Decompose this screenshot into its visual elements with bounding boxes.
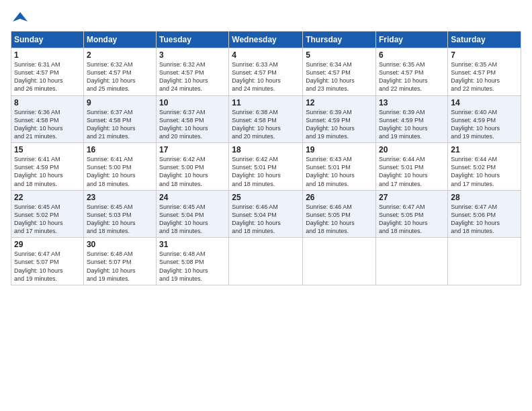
calendar-cell: 12Sunrise: 6:39 AM Sunset: 4:59 PM Dayli… [303, 95, 376, 143]
day-number: 7 [451, 50, 518, 60]
calendar-body: 1Sunrise: 6:31 AM Sunset: 4:57 PM Daylig… [11, 48, 521, 285]
calendar-week-1: 1Sunrise: 6:31 AM Sunset: 4:57 PM Daylig… [11, 48, 521, 96]
day-number: 11 [232, 98, 300, 107]
day-info: Sunrise: 6:40 AM Sunset: 4:59 PM Dayligh… [451, 108, 518, 141]
day-info: Sunrise: 6:36 AM Sunset: 4:58 PM Dayligh… [14, 108, 81, 141]
day-info: Sunrise: 6:35 AM Sunset: 4:57 PM Dayligh… [451, 60, 518, 93]
calendar-header-saturday: Saturday [448, 32, 521, 48]
day-info: Sunrise: 6:41 AM Sunset: 4:59 PM Dayligh… [14, 155, 81, 188]
day-number: 31 [159, 240, 226, 249]
day-info: Sunrise: 6:33 AM Sunset: 4:57 PM Dayligh… [232, 60, 300, 93]
logo [11, 11, 28, 24]
calendar-cell: 13Sunrise: 6:39 AM Sunset: 4:59 PM Dayli… [376, 95, 448, 143]
calendar-cell: 22Sunrise: 6:45 AM Sunset: 5:02 PM Dayli… [11, 190, 84, 238]
calendar-week-2: 8Sunrise: 6:36 AM Sunset: 4:58 PM Daylig… [11, 95, 521, 143]
day-number: 12 [306, 98, 373, 107]
calendar-cell: 23Sunrise: 6:45 AM Sunset: 5:03 PM Dayli… [83, 190, 156, 238]
day-number: 4 [232, 50, 300, 60]
calendar-cell [448, 238, 521, 285]
calendar-week-5: 29Sunrise: 6:47 AM Sunset: 5:07 PM Dayli… [11, 238, 521, 285]
day-info: Sunrise: 6:41 AM Sunset: 5:00 PM Dayligh… [87, 155, 153, 188]
logo-bird-icon [13, 11, 28, 26]
day-info: Sunrise: 6:44 AM Sunset: 5:01 PM Dayligh… [379, 155, 445, 188]
day-number: 14 [451, 98, 518, 107]
day-number: 27 [379, 193, 445, 202]
calendar-cell: 11Sunrise: 6:38 AM Sunset: 4:58 PM Dayli… [229, 95, 303, 143]
day-number: 21 [451, 145, 518, 154]
day-number: 5 [306, 50, 373, 60]
day-number: 29 [14, 240, 81, 249]
day-info: Sunrise: 6:39 AM Sunset: 4:59 PM Dayligh… [379, 108, 445, 141]
day-info: Sunrise: 6:47 AM Sunset: 5:05 PM Dayligh… [379, 203, 445, 236]
day-info: Sunrise: 6:46 AM Sunset: 5:05 PM Dayligh… [306, 203, 373, 236]
calendar-cell [376, 238, 448, 285]
calendar-cell: 5Sunrise: 6:34 AM Sunset: 4:57 PM Daylig… [303, 48, 376, 96]
day-info: Sunrise: 6:47 AM Sunset: 5:06 PM Dayligh… [451, 203, 518, 236]
calendar-cell: 30Sunrise: 6:48 AM Sunset: 5:07 PM Dayli… [83, 238, 156, 285]
calendar-week-4: 22Sunrise: 6:45 AM Sunset: 5:02 PM Dayli… [11, 190, 521, 238]
calendar-cell: 26Sunrise: 6:46 AM Sunset: 5:05 PM Dayli… [303, 190, 376, 238]
calendar-cell: 29Sunrise: 6:47 AM Sunset: 5:07 PM Dayli… [11, 238, 84, 285]
day-info: Sunrise: 6:45 AM Sunset: 5:04 PM Dayligh… [159, 203, 226, 236]
day-info: Sunrise: 6:48 AM Sunset: 5:08 PM Dayligh… [159, 250, 226, 283]
day-number: 6 [379, 50, 445, 60]
day-info: Sunrise: 6:37 AM Sunset: 4:58 PM Dayligh… [87, 108, 153, 141]
day-number: 20 [379, 145, 445, 154]
calendar-cell: 21Sunrise: 6:44 AM Sunset: 5:02 PM Dayli… [448, 143, 521, 191]
day-number: 13 [379, 98, 445, 107]
day-info: Sunrise: 6:48 AM Sunset: 5:07 PM Dayligh… [87, 250, 153, 283]
day-number: 19 [306, 145, 373, 154]
day-info: Sunrise: 6:45 AM Sunset: 5:02 PM Dayligh… [14, 203, 81, 236]
day-info: Sunrise: 6:47 AM Sunset: 5:07 PM Dayligh… [14, 250, 81, 283]
svg-marker-0 [13, 12, 28, 21]
day-info: Sunrise: 6:44 AM Sunset: 5:02 PM Dayligh… [451, 155, 518, 188]
day-number: 30 [87, 240, 153, 249]
day-info: Sunrise: 6:45 AM Sunset: 5:03 PM Dayligh… [87, 203, 153, 236]
calendar-cell: 19Sunrise: 6:43 AM Sunset: 5:01 PM Dayli… [303, 143, 376, 191]
calendar-header-monday: Monday [83, 32, 156, 48]
day-info: Sunrise: 6:42 AM Sunset: 5:00 PM Dayligh… [159, 155, 226, 188]
calendar-header-wednesday: Wednesday [229, 32, 303, 48]
day-number: 3 [159, 50, 226, 60]
day-info: Sunrise: 6:35 AM Sunset: 4:57 PM Dayligh… [379, 60, 445, 93]
calendar-header-thursday: Thursday [303, 32, 376, 48]
logo-text [11, 11, 28, 26]
calendar-cell: 27Sunrise: 6:47 AM Sunset: 5:05 PM Dayli… [376, 190, 448, 238]
page: SundayMondayTuesdayWednesdayThursdayFrid… [0, 0, 532, 411]
calendar-cell: 7Sunrise: 6:35 AM Sunset: 4:57 PM Daylig… [448, 48, 521, 96]
calendar-cell: 17Sunrise: 6:42 AM Sunset: 5:00 PM Dayli… [157, 143, 229, 191]
header [11, 11, 521, 24]
day-number: 26 [306, 193, 373, 202]
day-info: Sunrise: 6:32 AM Sunset: 4:57 PM Dayligh… [87, 60, 153, 93]
day-info: Sunrise: 6:43 AM Sunset: 5:01 PM Dayligh… [306, 155, 373, 188]
day-number: 22 [14, 193, 81, 202]
calendar-cell: 18Sunrise: 6:42 AM Sunset: 5:01 PM Dayli… [229, 143, 303, 191]
calendar-cell: 25Sunrise: 6:46 AM Sunset: 5:04 PM Dayli… [229, 190, 303, 238]
calendar-cell: 6Sunrise: 6:35 AM Sunset: 4:57 PM Daylig… [376, 48, 448, 96]
day-number: 8 [14, 98, 81, 107]
calendar-cell: 1Sunrise: 6:31 AM Sunset: 4:57 PM Daylig… [11, 48, 84, 96]
day-number: 23 [87, 193, 153, 202]
calendar-cell: 2Sunrise: 6:32 AM Sunset: 4:57 PM Daylig… [83, 48, 156, 96]
calendar-header-row: SundayMondayTuesdayWednesdayThursdayFrid… [11, 32, 521, 48]
calendar-cell: 9Sunrise: 6:37 AM Sunset: 4:58 PM Daylig… [83, 95, 156, 143]
calendar-header-friday: Friday [376, 32, 448, 48]
calendar-cell: 15Sunrise: 6:41 AM Sunset: 4:59 PM Dayli… [11, 143, 84, 191]
calendar-cell: 16Sunrise: 6:41 AM Sunset: 5:00 PM Dayli… [83, 143, 156, 191]
day-number: 1 [14, 50, 81, 60]
calendar-header-sunday: Sunday [11, 32, 84, 48]
calendar-cell: 14Sunrise: 6:40 AM Sunset: 4:59 PM Dayli… [448, 95, 521, 143]
day-info: Sunrise: 6:32 AM Sunset: 4:57 PM Dayligh… [159, 60, 226, 93]
day-number: 16 [87, 145, 153, 154]
day-number: 10 [159, 98, 226, 107]
calendar-cell: 3Sunrise: 6:32 AM Sunset: 4:57 PM Daylig… [157, 48, 229, 96]
day-number: 18 [232, 145, 300, 154]
day-number: 2 [87, 50, 153, 60]
calendar-cell: 28Sunrise: 6:47 AM Sunset: 5:06 PM Dayli… [448, 190, 521, 238]
calendar-cell: 31Sunrise: 6:48 AM Sunset: 5:08 PM Dayli… [157, 238, 229, 285]
day-number: 15 [14, 145, 81, 154]
calendar-cell: 20Sunrise: 6:44 AM Sunset: 5:01 PM Dayli… [376, 143, 448, 191]
calendar-table: SundayMondayTuesdayWednesdayThursdayFrid… [11, 31, 521, 285]
day-info: Sunrise: 6:34 AM Sunset: 4:57 PM Dayligh… [306, 60, 373, 93]
calendar-header-tuesday: Tuesday [157, 32, 229, 48]
